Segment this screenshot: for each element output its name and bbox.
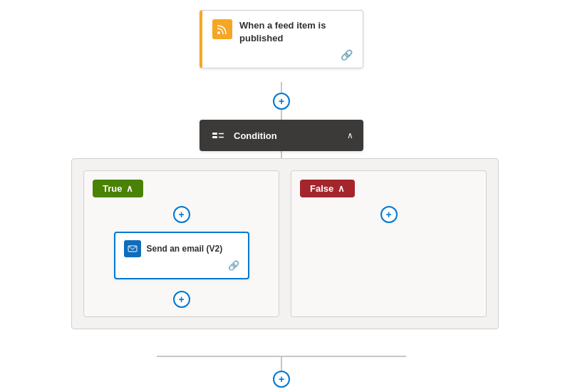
add-true-step-button[interactable]: +	[173, 206, 190, 223]
add-final-step-button[interactable]: +	[273, 371, 290, 388]
trigger-card[interactable]: When a feed item is published 🔗	[200, 10, 363, 68]
email-link-icon: 🔗	[124, 260, 239, 271]
condition-icon	[209, 127, 227, 144]
flow-canvas: When a feed item is published 🔗 + Condit…	[0, 0, 570, 392]
trigger-title: When a feed item is published	[239, 19, 353, 45]
svg-rect-9	[212, 133, 217, 135]
trigger-link-icon: 🔗	[341, 49, 353, 61]
svg-rect-10	[212, 136, 217, 138]
false-branch-label[interactable]: False ∧	[300, 180, 355, 197]
true-branch-label[interactable]: True ∧	[93, 180, 143, 197]
add-true-step-bottom-button[interactable]: +	[173, 291, 190, 308]
condition-chevron: ∧	[347, 130, 353, 140]
email-icon	[124, 240, 141, 257]
svg-point-8	[217, 31, 220, 34]
email-action-card[interactable]: Send an email (V2) 🔗	[114, 232, 249, 279]
feed-icon	[212, 19, 232, 39]
condition-card[interactable]: Condition ∧	[200, 120, 363, 151]
false-chevron-icon: ∧	[338, 183, 345, 194]
true-chevron-icon: ∧	[126, 183, 133, 194]
false-branch-panel: False ∧ +	[291, 170, 487, 317]
branch-container: True ∧ + Send an email	[71, 158, 499, 329]
add-step-button-1[interactable]: +	[273, 93, 290, 110]
add-false-step-button[interactable]: +	[380, 206, 398, 223]
email-title: Send an email (V2)	[147, 244, 223, 254]
true-branch-panel: True ∧ + Send an email	[83, 170, 279, 317]
condition-title: Condition	[234, 130, 340, 141]
